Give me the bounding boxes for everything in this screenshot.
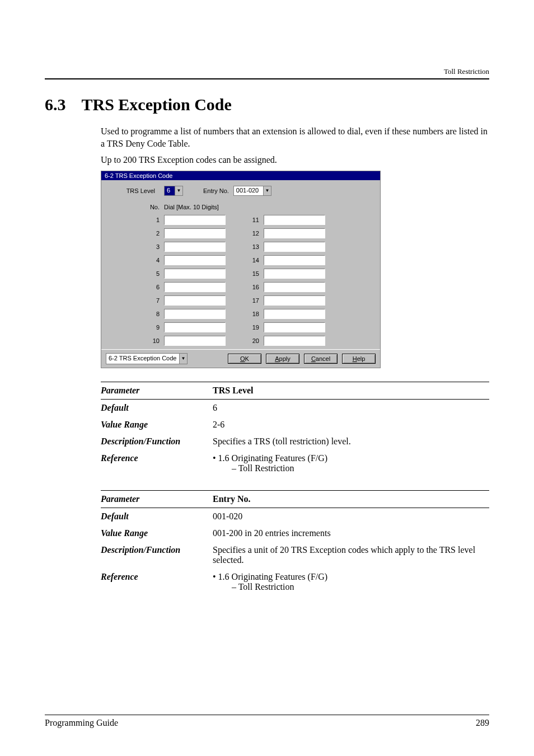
cancel-button[interactable]: Cancel: [304, 354, 338, 364]
param-value-range: 2-6: [213, 420, 489, 430]
trs-level-label: TRS Level: [109, 187, 160, 194]
dialog-window: 6-2 TRS Exception Code TRS Level 6 ▼ Ent…: [101, 171, 381, 368]
param-desc: Specifies a TRS (toll restriction) level…: [213, 436, 489, 447]
footer-page-select[interactable]: 6-2 TRS Exception Code ▼: [106, 353, 188, 364]
param-reference-line2: – Toll Restriction: [213, 582, 489, 592]
row-number: 15: [242, 270, 259, 277]
dial-input[interactable]: [264, 255, 325, 265]
row-number: 3: [143, 243, 160, 250]
dial-input[interactable]: [264, 309, 325, 319]
param-label-default: Default: [101, 403, 213, 413]
row-number: 12: [242, 230, 259, 237]
param-label-reference: Reference: [101, 453, 213, 473]
param-label-parameter: Parameter: [101, 386, 213, 396]
dial-input[interactable]: [264, 295, 325, 306]
grid-row: 20: [242, 336, 325, 346]
param-reference-line1: • 1.6 Originating Features (F/G): [213, 453, 489, 463]
trs-level-select[interactable]: 6 ▼: [164, 186, 183, 196]
row-number: 13: [242, 243, 259, 250]
grid-header-dial: Dial [Max. 10 Digits]: [164, 204, 219, 210]
dropdown-icon: ▼: [179, 354, 187, 364]
param-reference-line1: • 1.6 Originating Features (F/G): [213, 572, 489, 582]
param-value-range: 001-200 in 20 entries increments: [213, 528, 489, 538]
row-number: 4: [143, 257, 160, 264]
row-number: 5: [143, 270, 160, 277]
grid-row: 12: [242, 228, 325, 238]
param-label-default: Default: [101, 511, 213, 522]
dial-input[interactable]: [264, 336, 325, 346]
grid-row: 17: [242, 295, 325, 306]
entry-no-value: 001-020: [234, 186, 263, 195]
row-number: 1: [143, 217, 160, 223]
dropdown-icon: ▼: [263, 186, 271, 195]
row-number: 6: [143, 284, 160, 290]
param-label-parameter: Parameter: [101, 494, 213, 504]
footer-page-select-value: 6-2 TRS Exception Code: [106, 354, 179, 364]
param-label-desc: Description/Function: [101, 545, 213, 565]
row-number: 17: [242, 297, 259, 304]
param-name: TRS Level: [213, 386, 489, 396]
dial-input[interactable]: [164, 336, 226, 346]
param-default: 6: [213, 403, 489, 413]
apply-button[interactable]: Apply: [266, 354, 299, 364]
dial-input[interactable]: [164, 242, 226, 252]
param-label-value-range: Value Range: [101, 528, 213, 538]
dial-input[interactable]: [164, 228, 226, 238]
row-number: 9: [143, 324, 160, 331]
grid-row: 6: [143, 282, 226, 292]
dial-input[interactable]: [264, 242, 325, 252]
grid-row: 18: [242, 309, 325, 319]
dial-input[interactable]: [264, 322, 325, 332]
dial-input[interactable]: [164, 309, 226, 319]
intro-paragraph-1: Used to programme a list of numbers that…: [101, 125, 489, 149]
dial-input[interactable]: [164, 282, 226, 292]
grid-row: 1: [143, 215, 226, 225]
entry-no-label: Entry No.: [203, 187, 229, 194]
dial-input[interactable]: [264, 215, 325, 225]
row-number: 18: [242, 311, 259, 317]
section-number: 6.3: [45, 95, 66, 114]
grid-row: 10: [143, 336, 226, 346]
dialog-titlebar: 6-2 TRS Exception Code: [101, 171, 380, 180]
param-label-value-range: Value Range: [101, 420, 213, 430]
grid-col-right: 11 12 13 14 15 16 17 18 19 20: [242, 215, 325, 346]
dial-input[interactable]: [164, 215, 226, 225]
row-number: 8: [143, 311, 160, 317]
page-footer: Programming Guide 289: [45, 718, 489, 728]
dial-input[interactable]: [264, 269, 325, 279]
dial-input[interactable]: [264, 228, 325, 238]
grid-header-no: No.: [143, 204, 160, 210]
trs-level-value: 6: [165, 186, 175, 195]
ok-button[interactable]: OK: [228, 354, 261, 364]
param-label-reference: Reference: [101, 572, 213, 592]
help-button[interactable]: Help: [342, 354, 376, 364]
entry-no-select[interactable]: 001-020 ▼: [233, 186, 271, 196]
header-section-label: Toll Restriction: [444, 67, 489, 76]
grid-row: 13: [242, 242, 325, 252]
section-title: 6.3TRS Exception Code: [45, 95, 489, 114]
dropdown-icon: ▼: [175, 186, 182, 195]
grid-row: 11: [242, 215, 325, 225]
dial-input[interactable]: [164, 269, 226, 279]
param-reference-line2: – Toll Restriction: [213, 463, 489, 473]
footer-page-number: 289: [476, 718, 489, 728]
grid-row: 4: [143, 255, 226, 265]
grid-row: 15: [242, 269, 325, 279]
param-name: Entry No.: [213, 494, 489, 504]
param-desc: Specifies a unit of 20 TRS Exception cod…: [213, 545, 489, 565]
top-rule: [45, 78, 489, 79]
grid-row: 5: [143, 269, 226, 279]
intro-paragraph-2: Up to 200 TRS Exception codes can be ass…: [101, 154, 489, 166]
grid-row: 7: [143, 295, 226, 306]
row-number: 20: [242, 337, 259, 344]
dial-input[interactable]: [164, 255, 226, 265]
grid-row: 19: [242, 322, 325, 332]
grid-row: 14: [242, 255, 325, 265]
dial-input[interactable]: [264, 282, 325, 292]
row-number: 2: [143, 230, 160, 237]
row-number: 19: [242, 324, 259, 331]
grid-col-left: 1 2 3 4 5 6 7 8 9 10: [143, 215, 226, 346]
dial-input[interactable]: [164, 295, 226, 306]
dial-input[interactable]: [164, 322, 226, 332]
row-number: 16: [242, 284, 259, 290]
